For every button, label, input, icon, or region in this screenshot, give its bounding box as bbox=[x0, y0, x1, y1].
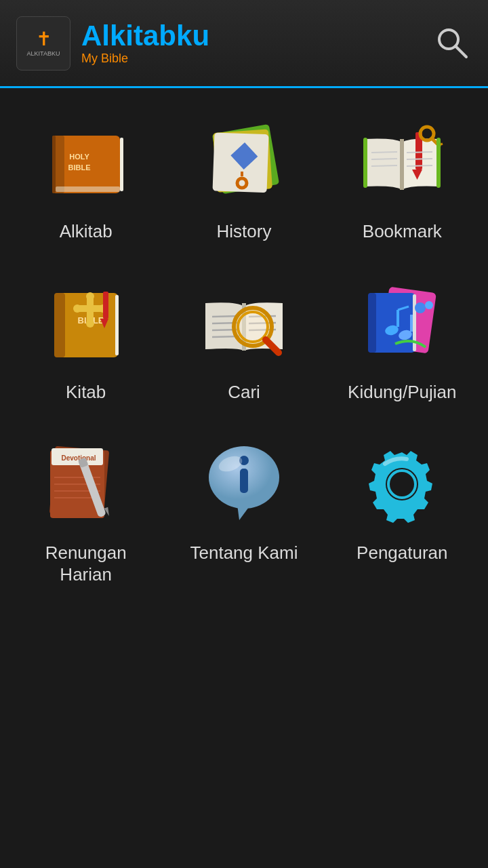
svg-rect-32 bbox=[115, 295, 119, 355]
app-logo: ✝ ALKITABKU bbox=[16, 16, 70, 71]
svg-point-51 bbox=[238, 312, 268, 342]
svg-point-36 bbox=[73, 304, 81, 313]
pengaturan-label: Pengaturan bbox=[357, 542, 447, 564]
svg-point-63 bbox=[425, 301, 433, 309]
svg-rect-78 bbox=[240, 469, 248, 493]
grid-item-pengaturan[interactable]: Pengaturan bbox=[323, 423, 481, 605]
svg-point-80 bbox=[386, 468, 418, 500]
svg-rect-55 bbox=[368, 293, 376, 353]
grid-item-kitab[interactable]: BIBLE Kitab bbox=[7, 262, 165, 423]
app-subtitle: My Bible bbox=[81, 52, 209, 66]
header-logo-group: ✝ ALKITABKU Alkitabku My Bible bbox=[16, 16, 209, 71]
svg-rect-22 bbox=[363, 138, 367, 188]
grid-item-kidung[interactable]: Kidung/Pujian bbox=[323, 262, 481, 423]
svg-line-1 bbox=[455, 46, 466, 57]
search-icon bbox=[435, 26, 470, 61]
cari-icon bbox=[197, 276, 291, 371]
main-grid: HOLY BIBLE Alkitab Hi bbox=[0, 88, 488, 619]
history-label: History bbox=[217, 221, 272, 242]
kidung-label: Kidung/Pujian bbox=[348, 382, 456, 403]
renungan-icon: Devotional bbox=[39, 437, 134, 532]
history-icon bbox=[197, 115, 291, 210]
svg-line-25 bbox=[371, 159, 397, 159]
app-header: ✝ ALKITABKU Alkitabku My Bible bbox=[0, 0, 488, 88]
svg-rect-4 bbox=[52, 136, 56, 193]
svg-rect-31 bbox=[54, 293, 65, 357]
search-button[interactable] bbox=[434, 24, 472, 62]
svg-rect-8 bbox=[56, 186, 120, 192]
kitab-label: Kitab bbox=[66, 382, 106, 403]
kidung-icon bbox=[354, 276, 449, 371]
cari-label: Cari bbox=[228, 382, 260, 403]
tentang-label: Tentang Kami bbox=[190, 542, 298, 564]
svg-marker-76 bbox=[237, 505, 251, 520]
grid-item-alkitab[interactable]: HOLY BIBLE Alkitab bbox=[7, 102, 165, 262]
grid-item-cari[interactable]: Cari bbox=[165, 262, 323, 423]
grid-item-renungan[interactable]: Devotional Renungan Harian bbox=[7, 423, 165, 605]
svg-text:BIBLE: BIBLE bbox=[68, 163, 90, 172]
grid-item-tentang[interactable]: Tentang Kami bbox=[165, 423, 323, 605]
svg-line-27 bbox=[407, 152, 432, 153]
bookmark-icon bbox=[354, 115, 449, 210]
alkitab-icon: HOLY BIBLE bbox=[39, 115, 134, 210]
svg-point-38 bbox=[86, 292, 94, 300]
tentang-icon bbox=[197, 437, 291, 532]
svg-rect-5 bbox=[120, 138, 123, 191]
svg-line-24 bbox=[371, 152, 397, 153]
svg-line-29 bbox=[407, 165, 432, 166]
logo-small-text: ALKITABKU bbox=[27, 50, 60, 57]
renungan-label: Renungan Harian bbox=[45, 542, 127, 585]
app-title-block: Alkitabku My Bible bbox=[81, 20, 209, 66]
svg-point-62 bbox=[415, 302, 426, 313]
logo-cross-icon: ✝ bbox=[36, 30, 52, 49]
svg-rect-23 bbox=[436, 138, 441, 188]
pengaturan-icon bbox=[354, 437, 449, 532]
grid-item-bookmark[interactable]: Bookmark bbox=[323, 102, 481, 262]
svg-rect-40 bbox=[103, 292, 108, 319]
app-title: Alkitabku bbox=[81, 20, 209, 52]
bookmark-label: Bookmark bbox=[363, 221, 442, 242]
kitab-icon: BIBLE bbox=[39, 276, 134, 371]
svg-line-26 bbox=[371, 165, 397, 166]
svg-line-28 bbox=[407, 159, 432, 159]
svg-text:HOLY: HOLY bbox=[69, 153, 89, 161]
svg-point-39 bbox=[86, 319, 94, 328]
svg-rect-15 bbox=[400, 139, 404, 190]
grid-item-history[interactable]: History bbox=[165, 102, 323, 262]
alkitab-label: Alkitab bbox=[60, 221, 113, 242]
